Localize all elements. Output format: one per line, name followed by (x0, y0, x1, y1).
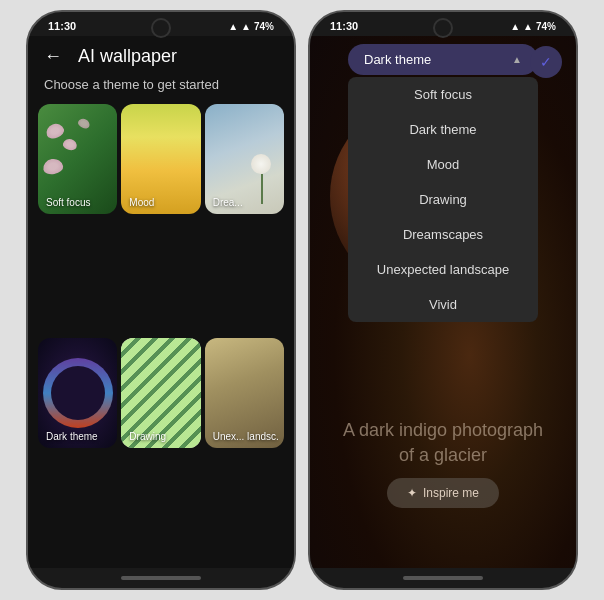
phone-right: 11:30 ▲ ▲ 74% Dark theme ▲ Soft focus Da… (308, 10, 578, 590)
status-icons-left: ▲ ▲ 74% (228, 21, 274, 32)
grid-item-unexpected[interactable]: Unex... landsc. (205, 338, 284, 448)
dropdown-option-vivid[interactable]: Vivid (348, 287, 538, 322)
butterfly-3 (42, 157, 64, 175)
home-indicator-right (310, 568, 576, 588)
butterfly-4 (77, 117, 92, 130)
dropdown-option-drawing[interactable]: Drawing (348, 182, 538, 217)
wifi-icon-right: ▲ (523, 21, 533, 32)
dropdown-option-dreamscapes[interactable]: Dreamscapes (348, 217, 538, 252)
label-drawing: Drawing (129, 431, 166, 442)
dropdown-selected-label: Dark theme (364, 52, 431, 67)
dark-ring-icon (43, 358, 113, 428)
label-soft-focus: Soft focus (46, 197, 90, 208)
phone-left: 11:30 ▲ ▲ 74% ← AI wallpaper Choose a th… (26, 10, 296, 590)
grid-item-dark-theme[interactable]: Dark theme (38, 338, 117, 448)
wifi-icon: ▲ (241, 21, 251, 32)
inspire-icon: ✦ (407, 486, 417, 500)
inspire-me-button[interactable]: ✦ Inspire me (387, 478, 499, 508)
notch-left (151, 18, 171, 38)
time-left: 11:30 (48, 20, 76, 32)
app-header: ← AI wallpaper (28, 36, 294, 77)
label-unexpected: Unex... landsc. (213, 431, 279, 442)
dropdown-option-mood[interactable]: Mood (348, 147, 538, 182)
signal-icon-right: ▲ (510, 21, 520, 32)
signal-icon: ▲ (228, 21, 238, 32)
butterfly-1 (44, 121, 66, 140)
label-dark-theme: Dark theme (46, 431, 98, 442)
home-bar-right (403, 576, 483, 580)
dropdown-option-soft-focus[interactable]: Soft focus (348, 77, 538, 112)
time-right: 11:30 (330, 20, 358, 32)
screen-left: ← AI wallpaper Choose a theme to get sta… (28, 36, 294, 568)
home-bar-left (121, 576, 201, 580)
grid-item-mood[interactable]: Mood (121, 104, 200, 214)
subtitle: Choose a theme to get started (28, 77, 294, 104)
grid-item-soft-focus[interactable]: Soft focus (38, 104, 117, 214)
dropdown-menu: Dark theme ▲ Soft focus Dark theme Mood … (348, 44, 538, 322)
dropdown-list: Soft focus Dark theme Mood Drawing Dream… (348, 77, 538, 322)
dropdown-selected[interactable]: Dark theme ▲ (348, 44, 538, 75)
wallpaper-description: A dark indigo photograph of a glacier (310, 418, 576, 468)
battery-text: 74% (254, 21, 274, 32)
dandelion-icon (246, 154, 276, 204)
checkmark-button[interactable]: ✓ (530, 46, 562, 78)
butterfly-2 (62, 137, 78, 151)
status-icons-right: ▲ ▲ 74% (510, 21, 556, 32)
battery-text-right: 74% (536, 21, 556, 32)
grid-item-drawing[interactable]: Drawing (121, 338, 200, 448)
inspire-label: Inspire me (423, 486, 479, 500)
notch-right (433, 18, 453, 38)
grid-item-dream[interactable]: Drea... (205, 104, 284, 214)
theme-grid: Soft focus Mood Drea... (28, 104, 294, 568)
dropdown-option-dark-theme[interactable]: Dark theme (348, 112, 538, 147)
label-dream: Drea... (213, 197, 243, 208)
label-mood: Mood (129, 197, 154, 208)
back-button[interactable]: ← (44, 46, 62, 67)
screen-right: Dark theme ▲ Soft focus Dark theme Mood … (310, 36, 576, 568)
dropdown-option-unexpected[interactable]: Unexpected landscape (348, 252, 538, 287)
dropdown-arrow-icon: ▲ (512, 54, 522, 65)
home-indicator-left (28, 568, 294, 588)
page-title: AI wallpaper (78, 46, 177, 67)
